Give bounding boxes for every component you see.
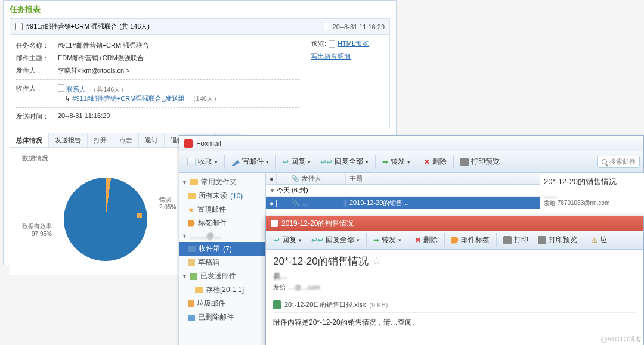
chart-label-error: 错误2.05% (159, 195, 176, 210)
receive-button[interactable]: 收取▾ (183, 154, 222, 169)
printpreview-button[interactable]: 打印预览 (456, 154, 504, 169)
msg-print-button[interactable]: 打印 (499, 232, 532, 247)
excel-icon (273, 300, 281, 309)
sidebar-item-inbox[interactable]: 收件箱 (7) (179, 242, 265, 256)
tab-click[interactable]: 点击 (113, 133, 139, 147)
foxmail-logo-icon (184, 139, 193, 148)
tab-overview[interactable]: 总体情况 (10, 133, 49, 147)
star-icon[interactable]: ☆ (372, 255, 381, 268)
task-header: #911#邮件营销+CRM 强强联合 (共 146人) 20--8-31 11:… (10, 18, 390, 35)
print-icon (503, 236, 512, 244)
inbox-icon (188, 246, 196, 252)
replyall-icon: ↩↩ (320, 158, 332, 166)
html-icon (329, 40, 335, 48)
foxmail-title: Foxmail (196, 139, 221, 148)
sidebar-item-deleted[interactable]: 已删除邮件 (179, 310, 265, 324)
pie-chart (64, 178, 147, 261)
attachment-size: (9 KB) (369, 302, 388, 309)
message-from: 易… (273, 272, 636, 282)
msg-delete-button[interactable]: ✖删除 (411, 232, 442, 247)
msg-tags-button[interactable]: 邮件标签 (447, 232, 494, 247)
tab-open[interactable]: 打开 (87, 133, 113, 147)
delete-icon: ✖ (424, 158, 430, 166)
contacts-icon (58, 84, 64, 92)
msg-reply-button[interactable]: ↩回复▾ (270, 232, 306, 247)
star-icon: ★ (188, 206, 194, 214)
forward-icon: ➡ (382, 158, 388, 166)
msg-more-button[interactable]: ⚠垃 (587, 232, 611, 247)
draft-icon (188, 259, 195, 266)
msg-printpreview-button[interactable]: 打印预览 (534, 232, 581, 247)
label-recipients: 收件人： (16, 84, 58, 103)
group-link[interactable]: #911#邮件营销+CRM强强联合_发送组 (72, 95, 185, 102)
message-subject: 20*-12-20的销售情况☆ (273, 254, 636, 268)
sidebar-item-drafts[interactable]: 草稿箱 (179, 256, 265, 269)
panel-title: 任务报表 (4, 1, 396, 18)
print-icon (538, 236, 546, 244)
sidebar-group-common[interactable]: ▼常用文件夹 (179, 175, 265, 189)
col-sender[interactable]: 发件人 (298, 173, 346, 184)
preview-to: 发给 78701063@nn.com (544, 199, 640, 207)
calendar-icon (324, 23, 330, 30)
replyall-icon: ↩↩ (311, 236, 323, 244)
reply-button[interactable]: ↩回复▾ (278, 154, 315, 169)
msg-forward-button[interactable]: ➡转发▾ (369, 232, 405, 247)
message-body: 20*-12-20的销售情况☆ 易… 发给 …@…com 20*-12-20日的… (266, 250, 643, 332)
message-window-title: 2019-12-20的销售情况 (281, 219, 354, 229)
foxmail-toolbar: 收取▾ 写邮件▾ ↩回复▾ ↩↩回复全部▾ ➡转发▾ ✖删除 打印预览 搜索邮件 (179, 151, 643, 173)
sidebar-item-tagged[interactable]: 标签邮件 (179, 216, 265, 230)
row-sender: … (298, 200, 346, 207)
message-titlebar: 2019-12-20的销售情况 (266, 216, 643, 231)
msg-replyall-button[interactable]: ↩↩回复全部▾ (307, 232, 364, 247)
preview-label: 预览: (311, 39, 326, 48)
message-toolbar: ↩回复▾ ↩↩回复全部▾ ➡转发▾ ✖删除 邮件标签 打印 打印预览 ⚠垃 (266, 231, 643, 250)
label-send-time: 发送时间： (16, 112, 58, 121)
app-logo-icon (271, 220, 278, 227)
deleted-icon (188, 315, 195, 321)
forward-icon: ➡ (373, 236, 379, 244)
contacts-link[interactable]: 联系人 (66, 86, 86, 93)
message-window: 2019-12-20的销售情况 ↩回复▾ ↩↩回复全部▾ ➡转发▾ ✖删除 邮件… (265, 216, 644, 345)
reply-icon: ↩ (283, 158, 289, 166)
message-attachment[interactable]: 20*-12-20日的销售日报.xlsx (9 KB) (273, 297, 636, 313)
print-icon (460, 158, 469, 166)
replyall-button[interactable]: ↩↩回复全部▾ (316, 154, 373, 169)
folder-icon (190, 179, 198, 185)
folder-icon (188, 193, 196, 199)
group-count: （146人） (190, 95, 220, 102)
preview-title: 20*-12-20的销售情况 (544, 176, 640, 187)
tag-icon (451, 237, 459, 244)
chart-label-valid: 数据有效率97.95% (22, 222, 52, 237)
sidebar-item-sent[interactable]: ▼已发送邮件 (179, 269, 265, 283)
forward-button[interactable]: ➡转发▾ (378, 154, 414, 169)
sidebar-item-archive[interactable]: 存档[20 1.1] (179, 283, 265, 297)
pencil-icon (231, 158, 240, 166)
value-send-time: 20--8-31 11:16:29 (58, 112, 110, 121)
label-sender: 发件人： (16, 66, 58, 75)
export-detail-link[interactable]: 写出所有明细 (311, 52, 351, 61)
trash-icon (188, 300, 194, 307)
search-icon (602, 159, 607, 164)
html-preview-link[interactable]: HTML预览 (338, 39, 369, 48)
task-header-text: #911#邮件营销+CRM 强强联合 (共 146人) (26, 22, 150, 31)
task-select-checkbox[interactable] (15, 23, 23, 30)
compose-button[interactable]: 写邮件▾ (227, 154, 273, 169)
sidebar-item-junk[interactable]: 垃圾邮件 (179, 297, 265, 310)
sidebar-group-account[interactable]: ▼….…@… (179, 230, 265, 242)
tab-unsub[interactable]: 退订 (138, 133, 165, 147)
attachment-name: 20*-12-20日的销售日报.xlsx (284, 300, 366, 309)
value-task-name: #911#邮件营销+CRM 强强联合 (58, 41, 149, 50)
tab-send-report[interactable]: 发送报告 (48, 133, 88, 147)
sidebar-item-pinned[interactable]: ★置顶邮件 (179, 203, 265, 216)
sidebar-item-unread[interactable]: 所有未读 (10) (179, 189, 265, 203)
delete-icon: ✖ (415, 236, 421, 244)
foxmail-sidebar: ▼常用文件夹 所有未读 (10) ★置顶邮件 标签邮件 ▼….…@… 收件箱 (… (179, 173, 266, 345)
envelope-icon (187, 158, 196, 166)
search-box[interactable]: 搜索邮件 (597, 156, 640, 168)
task-body: 任务名称：#911#邮件营销+CRM 强强联合 邮件主题：EDM邮件营销+CRM… (10, 35, 390, 128)
value-sender: 李晓轩<lxm@xtools.cn > (58, 66, 130, 75)
contacts-count: （共146人） (90, 86, 127, 93)
delete-button[interactable]: ✖删除 (420, 154, 451, 169)
preview-from: …… (544, 192, 557, 199)
message-to: 发给 …@…com (273, 283, 636, 292)
